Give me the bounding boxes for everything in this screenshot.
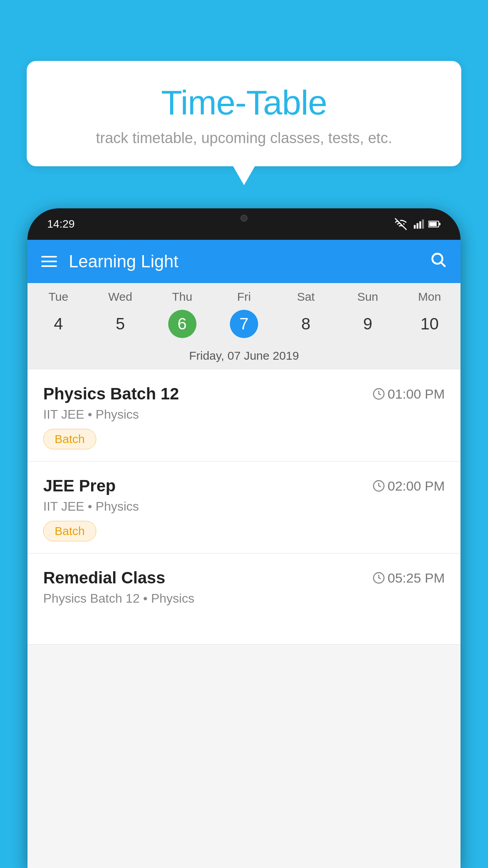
day-header-fri: Fri [213,290,275,303]
day-header-sat: Sat [275,290,337,303]
class-detail-2: IIT JEE • Physics [43,499,445,514]
batch-tag-2: Batch [43,521,96,541]
calendar-strip: Tue Wed Thu Fri Sat Sun Mon 4 5 6 7 8 9 … [28,283,460,370]
class-time-text-2: 02:00 PM [387,478,445,494]
day-header-tue: Tue [28,290,89,303]
speech-bubble: Time-Table track timetable, upcoming cla… [27,61,461,166]
day-numbers: 4 5 6 7 8 9 10 [28,307,460,345]
notch [216,208,272,228]
day-8[interactable]: 8 [275,310,337,338]
day-6[interactable]: 6 [151,310,213,338]
day-circle-6[interactable]: 6 [168,310,196,338]
classes-list: Physics Batch 12 01:00 PM IIT JEE • Phys… [28,370,460,645]
day-4[interactable]: 4 [28,310,89,338]
class-card-1[interactable]: Physics Batch 12 01:00 PM IIT JEE • Phys… [28,370,460,462]
batch-tag-1: Batch [43,429,96,449]
class-time-text-3: 05:25 PM [387,570,445,586]
day-headers: Tue Wed Thu Fri Sat Sun Mon [28,283,460,307]
class-card-2[interactable]: JEE Prep 02:00 PM IIT JEE • Physics Batc… [28,462,460,554]
phone-frame: 14:29 [28,208,460,868]
class-name-2: JEE Prep [43,476,116,495]
speech-bubble-container: Time-Table track timetable, upcoming cla… [27,61,461,166]
day-circle-7[interactable]: 7 [230,310,258,338]
clock-icon-1 [372,388,385,400]
app-title: Learning Light [69,252,429,271]
class-time-2: 02:00 PM [372,478,445,494]
status-time: 14:29 [47,218,75,230]
class-card-3[interactable]: Remedial Class 05:25 PM Physics Batch 12… [28,554,460,645]
battery-icon [428,219,441,230]
phone-screen: Learning Light Tue Wed Thu Fri Sat Sun M… [28,240,460,868]
class-name-3: Remedial Class [43,568,165,587]
svg-rect-6 [439,223,440,225]
camera [240,215,248,222]
status-bar: 14:29 [28,208,460,240]
class-time-3: 05:25 PM [372,570,445,586]
day-header-thu: Thu [151,290,213,303]
clock-icon-3 [372,572,385,584]
day-10[interactable]: 10 [399,310,460,338]
status-icons [394,218,441,230]
class-name-1: Physics Batch 12 [43,384,179,403]
day-header-sun: Sun [337,290,398,303]
day-9[interactable]: 9 [337,310,398,338]
class-card-1-header: Physics Batch 12 01:00 PM [43,384,445,403]
signal-icon [413,219,424,230]
svg-rect-2 [419,221,421,229]
class-card-3-header: Remedial Class 05:25 PM [43,568,445,587]
menu-button[interactable] [41,256,57,267]
wifi-icon [394,218,407,230]
svg-rect-1 [416,223,418,229]
class-detail-3: Physics Batch 12 • Physics [43,591,445,606]
selected-date-label: Friday, 07 June 2019 [28,345,460,370]
day-5[interactable]: 5 [89,310,151,338]
day-header-mon: Mon [399,290,460,303]
svg-line-8 [441,263,445,267]
search-icon[interactable] [429,251,447,272]
bubble-subtitle: track timetable, upcoming classes, tests… [50,130,438,147]
svg-rect-0 [414,225,416,228]
day-header-wed: Wed [89,290,151,303]
class-time-text-1: 01:00 PM [387,386,445,402]
class-time-1: 01:00 PM [372,386,445,402]
svg-rect-3 [422,219,424,228]
svg-rect-5 [429,222,437,226]
class-detail-1: IIT JEE • Physics [43,407,445,422]
clock-icon-2 [372,480,385,492]
svg-point-7 [432,254,442,264]
app-bar: Learning Light [28,240,460,283]
day-7[interactable]: 7 [213,310,275,338]
class-card-2-header: JEE Prep 02:00 PM [43,476,445,495]
bubble-title: Time-Table [50,83,438,123]
